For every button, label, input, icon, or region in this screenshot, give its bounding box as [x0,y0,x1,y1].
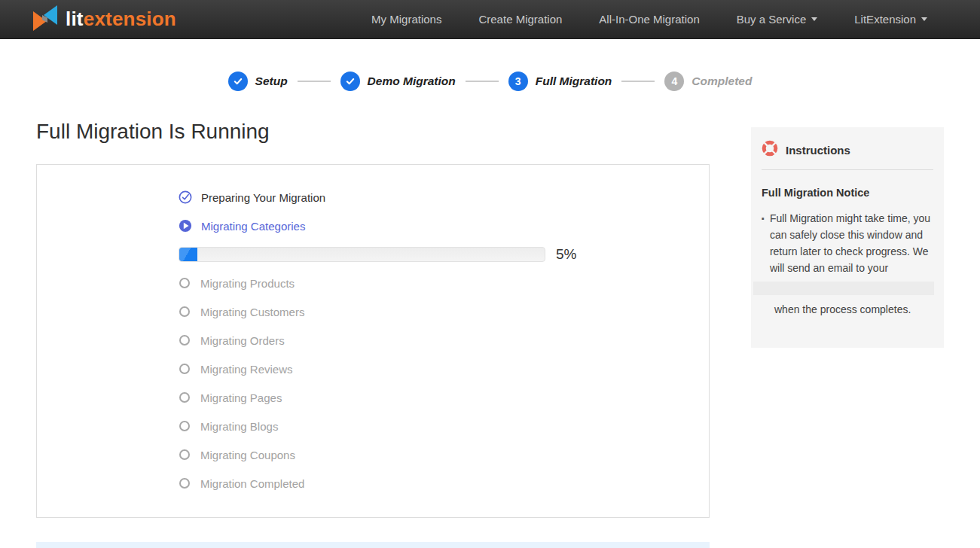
stepper-step-label: Setup [255,75,288,88]
litextension-logo-icon [32,5,59,34]
logo-text: litextension [66,8,176,31]
migration-step-customers: Migrating Customers [179,297,709,326]
progress-bar-track [179,247,545,262]
migration-step-coupons: Migrating Coupons [179,440,709,469]
nav-menu: My Migrations Create Migration All-In-On… [371,13,927,26]
migration-step-orders: Migrating Orders [179,326,709,355]
migration-step-label: Migrating Coupons [200,449,295,461]
instructions-title: Instructions [786,144,850,157]
migration-step-label: Migrating Orders [200,334,285,347]
instructions-header: Instructions [762,140,933,160]
nav-item-all-in-one-migration[interactable]: All-In-One Migration [599,13,699,26]
migration-step-label: Preparing Your Migration [201,191,325,204]
migration-step-pages: Migrating Pages [179,383,709,412]
migration-step-completed: Migration Completed [179,469,709,498]
migration-step-label: Migrating Products [200,277,295,290]
side-column: Instructions Full Migration Notice ▪ Ful… [751,127,944,348]
migration-step-products: Migrating Products [179,269,709,297]
lifebuoy-icon [762,140,778,160]
stepper-connector [466,81,499,82]
circle-outline-icon [179,449,190,460]
circle-outline-icon [179,278,190,288]
stepper-connector [298,81,331,82]
circle-outline-icon [179,392,190,403]
stepper-step-completed: 4 Completed [664,72,752,91]
divider [762,169,933,170]
step-number-badge: 3 [508,72,528,91]
migration-step-label: Migrating Blogs [200,420,278,433]
litextension-logo[interactable]: litextension [32,5,176,34]
nav-item-label: Buy a Service [737,13,807,26]
main-column: Full Migration Is Running Preparing Your… [36,119,710,518]
notice-title: Full Migration Notice [762,187,933,199]
migration-step-label: Migrating Reviews [200,363,293,376]
page-title: Full Migration Is Running [36,119,710,145]
migration-stepper: Setup Demo Migration 3 Full Migration 4 … [0,72,980,91]
stepper-step-label: Demo Migration [368,75,456,88]
stepper-step-label: Completed [691,75,752,88]
instructions-panel: Instructions Full Migration Notice ▪ Ful… [751,127,944,348]
check-icon [340,72,360,91]
stepper-step-setup: Setup [228,72,288,91]
migration-step-label: Migration Completed [200,477,304,490]
migration-step-label: Migrating Customers [200,306,304,318]
chevron-down-icon [811,17,817,21]
stepper-step-full-migration: 3 Full Migration [508,72,612,91]
migration-step-preparing: Preparing Your Migration [179,183,709,212]
circle-outline-icon [179,335,190,346]
redacted-email-placeholder [753,282,934,295]
migration-step-label: Migrating Categories [201,220,305,233]
content-area: Full Migration Is Running Preparing Your… [36,119,944,518]
progress-percent-label: 5% [556,246,576,263]
nav-item-my-migrations[interactable]: My Migrations [371,13,441,26]
notice-item: ▪ Full Migration might take time, you ca… [762,210,933,276]
play-circle-icon [179,219,192,233]
top-navbar: litextension My Migrations Create Migrat… [0,0,980,39]
progress-bar-fill [179,248,197,261]
migration-step-categories: Migrating Categories [179,212,709,240]
check-icon [228,72,248,91]
stepper-step-demo-migration: Demo Migration [340,72,456,91]
progress-row: 5% [179,240,709,269]
chevron-down-icon [921,17,927,21]
circle-outline-icon [179,364,190,374]
stepper-step-label: Full Migration [536,75,612,88]
stepper-connector [621,81,655,82]
nav-item-label: LitExtension [854,13,916,26]
nav-item-create-migration[interactable]: Create Migration [478,13,562,26]
circle-outline-icon [179,478,190,489]
migration-step-label: Migrating Pages [200,391,282,404]
info-alert-strip [36,542,710,548]
migration-step-reviews: Migrating Reviews [179,355,709,383]
nav-item-buy-a-service[interactable]: Buy a Service [737,13,818,26]
notice-text-continued: when the process completes. [774,301,933,318]
migration-progress-card: Preparing Your Migration Migrating Categ… [36,164,710,518]
check-circle-icon [179,190,192,204]
notice-text: Full Migration might take time, you can … [770,210,933,276]
migration-step-blogs: Migrating Blogs [179,412,709,440]
square-bullet-icon: ▪ [762,210,765,276]
circle-outline-icon [179,306,190,317]
circle-outline-icon [179,421,190,431]
step-number-badge: 4 [664,72,684,91]
nav-item-litextension[interactable]: LitExtension [854,13,927,26]
